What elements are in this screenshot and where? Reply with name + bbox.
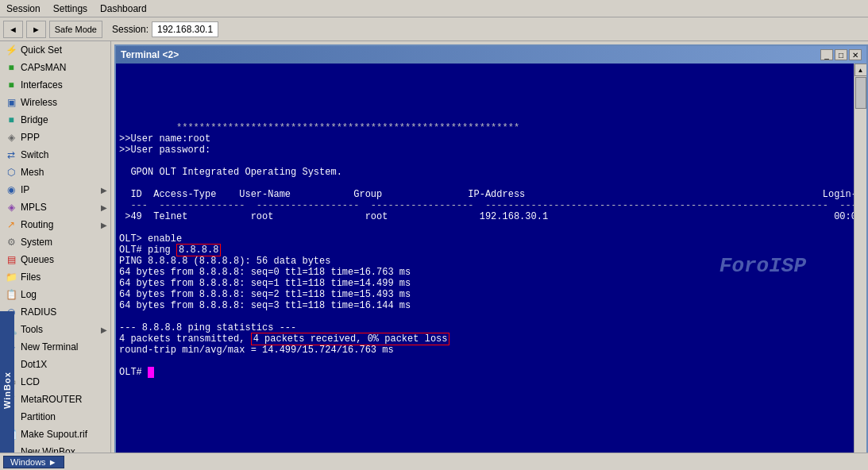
ip-arrow-icon: ▶ [101,186,107,195]
quick-set-icon: ⚡ [5,44,17,56]
sidebar-label-log: Log [21,289,37,300]
sidebar-label-bridge: Bridge [21,114,48,125]
sidebar-item-lcd[interactable]: ▭ LCD [0,373,110,391]
terminal-maximize-button[interactable]: □ [835,49,847,60]
terminal-ping-header: PING 8.8.8.8 (8.8.8.8): 56 data bytes [119,256,330,267]
sidebar-item-capsman[interactable]: ■ CAPsMAN [0,59,110,76]
sidebar-item-partition[interactable]: ▪ Partition [0,408,110,426]
scroll-thumb[interactable] [855,77,866,109]
sidebar-item-mesh[interactable]: ⬡ Mesh [0,164,110,181]
foroISP-watermark: ForoISP [719,254,806,278]
sidebar-item-switch[interactable]: ⇄ Switch [0,146,110,164]
sidebar-item-quick-set[interactable]: ⚡ Quick Set [0,41,110,59]
sidebar-item-files[interactable]: 📁 Files [0,268,110,286]
sidebar-label-mesh: Mesh [21,167,44,178]
sidebar-label-new-terminal: New Terminal [21,341,78,352]
menu-settings[interactable]: Settings [50,2,91,15]
windows-button[interactable]: Windows ► [3,456,64,468]
terminal-content[interactable]: ForoISP ********************************… [116,64,854,468]
terminal-minimize-button[interactable]: _ [820,49,833,60]
main-layout: ⚡ Quick Set ■ CAPsMAN ■ Interfaces ▣ Wir… [0,41,868,470]
files-icon: 📁 [5,271,17,283]
terminal-window: Terminal <2> _ □ ✕ ForoISP *************… [114,44,868,470]
sidebar-item-metarouter[interactable]: ↺ MetaROUTER [0,391,110,408]
mpls-arrow-icon: ▶ [101,203,107,212]
session-ip: 192.168.30.1 [152,21,218,37]
terminal-title: Terminal <2> [121,49,179,60]
terminal-close-button[interactable]: ✕ [849,49,862,60]
terminal-stats-line2: round-trip min/avg/max = 14.499/15.724/1… [119,345,394,356]
sidebar-item-interfaces[interactable]: ■ Interfaces [0,76,110,94]
menu-session[interactable]: Session [3,2,44,15]
terminal-stats-line1: 4 packets transmitted, 4 packets receive… [119,333,449,345]
scroll-up-button[interactable]: ▲ [854,64,867,76]
terminal-username-prompt: >>User name:root [119,133,210,144]
toolbar: ◄ ► Safe Mode Session: 192.168.30.1 [0,17,868,41]
windows-arrow-icon: ► [48,457,57,467]
sidebar-label-metarouter: MetaROUTER [21,394,82,405]
terminal-dots: ****************************************… [176,122,519,133]
sidebar-label-ip: IP [21,184,29,195]
sidebar-label-partition: Partition [21,411,56,422]
terminal-cursor [148,367,154,378]
safe-mode-button[interactable]: Safe Mode [49,21,102,38]
sidebar-item-system[interactable]: ⚙ System [0,233,110,251]
terminal-ping-line0: 64 bytes from 8.8.8.8: seq=0 ttl=118 tim… [119,267,411,278]
routing-arrow-icon: ▶ [101,221,107,229]
mpls-icon: ◈ [5,201,17,214]
system-icon: ⚙ [5,236,17,248]
session-label: Session: [112,24,149,35]
sidebar-item-radius[interactable]: ◎ RADIUS [0,303,110,321]
terminal-table-sep: --- --------------- ------------------ -… [119,200,854,211]
sidebar-item-ip[interactable]: ◉ IP ▶ [0,181,110,198]
sidebar-label-files: Files [21,272,41,283]
interfaces-icon: ■ [5,79,17,91]
forward-button[interactable]: ► [26,21,46,38]
sidebar-item-wireless[interactable]: ▣ Wireless [0,94,110,111]
sidebar-item-make-supout[interactable]: 📄 Make Supout.rif [0,426,110,443]
log-icon: 📋 [5,288,17,301]
switch-icon: ⇄ [5,148,17,161]
terminal-prompt-final: OLT# [119,367,148,378]
tools-arrow-icon: ▶ [101,326,107,334]
sidebar-item-routing[interactable]: ↗ Routing ▶ [0,216,110,233]
sidebar-label-wireless: Wireless [21,97,57,108]
sidebar-label-make-supout: Make Supout.rif [21,429,87,440]
sidebar-item-queues[interactable]: ▤ Queues [0,251,110,268]
sidebar-item-log[interactable]: 📋 Log [0,286,110,303]
sidebar-label-mpls: MPLS [21,202,47,213]
sidebar-item-mpls[interactable]: ◈ MPLS ▶ [0,198,110,216]
terminal-titlebar: Terminal <2> _ □ ✕ [116,46,866,64]
content-area: Terminal <2> _ □ ✕ ForoISP *************… [111,41,868,470]
terminal-ping-line2: 64 bytes from 8.8.8.8: seq=2 ttl=118 tim… [119,289,411,300]
menu-bar: Session Settings Dashboard [0,0,868,17]
back-button[interactable]: ◄ [3,21,23,38]
sidebar-label-dot1x: Dot1X [21,359,47,370]
menu-dashboard[interactable]: Dashboard [97,2,150,15]
windows-button-label: Windows [10,457,46,467]
sidebar-item-ppp[interactable]: ◈ PPP [0,129,110,146]
terminal-body: ForoISP ********************************… [116,64,866,468]
sidebar-label-radius: RADIUS [21,306,56,318]
terminal-password-prompt: >>User password: [119,144,210,156]
sidebar-label-switch: Switch [21,149,48,160]
capsman-icon: ■ [5,61,17,74]
sidebar-item-bridge[interactable]: ■ Bridge [0,111,110,129]
sidebar-item-dot1x[interactable]: ■ Dot1X [0,356,110,373]
terminal-scrollbar[interactable]: ▲ ▼ [854,64,866,468]
bottom-bar: Windows ► [0,453,868,470]
bridge-icon: ■ [5,114,17,126]
terminal-ping-cmd: OLT# ping 8.8.8.8 [119,244,221,256]
sidebar-label-capsman: CAPsMAN [21,62,66,73]
queues-icon: ▤ [5,253,17,266]
terminal-system-name: GPON OLT Integrated Operating System. [119,167,342,178]
sidebar-label-tools: Tools [21,324,43,335]
sidebar-label-ppp: PPP [21,132,40,143]
sidebar-item-tools[interactable]: 🔧 Tools ▶ [0,321,110,338]
ppp-icon: ◈ [5,131,17,144]
sidebar-item-new-terminal[interactable]: ▶ New Terminal [0,338,110,356]
sidebar: ⚡ Quick Set ■ CAPsMAN ■ Interfaces ▣ Wir… [0,41,111,470]
terminal-ping-line3: 64 bytes from 8.8.8.8: seq=3 ttl=118 tim… [119,300,411,311]
sidebar-label-queues: Queues [21,254,54,265]
mesh-icon: ⬡ [5,166,17,179]
